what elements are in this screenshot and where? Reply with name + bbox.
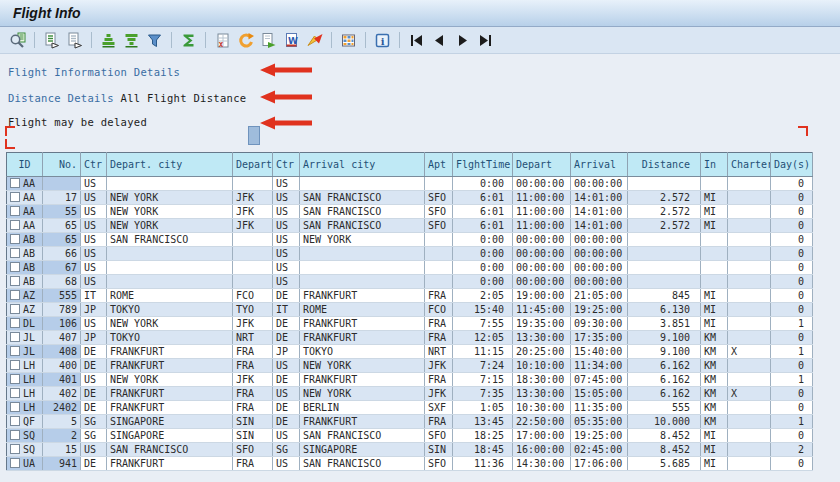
- details-button[interactable]: [7, 30, 28, 51]
- column-header-dep_apt[interactable]: Depart: [233, 153, 273, 177]
- table-row[interactable]: AB65USSAN FRANCISCOUSNEW YORK0:0000:00:0…: [7, 233, 813, 247]
- row-checkbox[interactable]: [10, 178, 20, 188]
- cell-dep_city: [107, 261, 233, 275]
- table-row[interactable]: AA65USNEW YORKJFKUSSAN FRANCISCOSFO6:011…: [7, 219, 813, 233]
- cell-ctr2: US: [273, 387, 300, 401]
- table-row[interactable]: AZ789JPTOKYOTYOITROMEFCO15:4011:45:0019:…: [7, 303, 813, 317]
- row-checkbox[interactable]: [10, 444, 20, 454]
- column-header-dep_time[interactable]: Depart: [513, 153, 571, 177]
- header-row: IDNo.CtrDepart. cityDepartCtrArrival cit…: [7, 153, 813, 177]
- column-header-apt[interactable]: Apt: [425, 153, 453, 177]
- row-checkbox[interactable]: [10, 276, 20, 286]
- column-header-ctr2[interactable]: Ctr: [273, 153, 300, 177]
- table-row[interactable]: AAUSUS0:0000:00:0000:00:000: [7, 177, 813, 191]
- row-checkbox[interactable]: [10, 220, 20, 230]
- sort-descending-button[interactable]: [121, 30, 142, 51]
- table-row[interactable]: JL408DEFRANKFURTFRAJPTOKYONRT11:1520:25:…: [7, 345, 813, 359]
- row-checkbox[interactable]: [10, 262, 20, 272]
- column-header-dep_city[interactable]: Depart. city: [107, 153, 233, 177]
- table-row[interactable]: SQ15USSAN FRANCISCOSFOSGSINGAPORESIN18:4…: [7, 443, 813, 457]
- row-checkbox[interactable]: [10, 458, 20, 468]
- table-row[interactable]: QF5SGSINGAPORESINDEFRANKFURTFRA13:4522:5…: [7, 415, 813, 429]
- nav-first-button[interactable]: [406, 30, 427, 51]
- send-mail-button[interactable]: [304, 30, 325, 51]
- table-row[interactable]: LH400DEFRANKFURTFRAUSNEW YORKJFK7:2410:1…: [7, 359, 813, 373]
- table-row[interactable]: JL407JPTOKYONRTDEFRANKFURTFRA12:0513:30:…: [7, 331, 813, 345]
- cell-arr_city: SINGAPORE: [300, 443, 425, 457]
- table-row[interactable]: AZ555ITROMEFCODEFRANKFURTFRA2:0519:00:00…: [7, 289, 813, 303]
- cell-arr_city: NEW YORK: [300, 233, 425, 247]
- column-header-distance[interactable]: Distance: [628, 153, 701, 177]
- word-processing-button[interactable]: [235, 30, 256, 51]
- table-row[interactable]: AB67USUS0:0000:00:0000:00:000: [7, 261, 813, 275]
- column-header-no[interactable]: No.: [43, 153, 81, 177]
- row-checkbox[interactable]: [10, 290, 20, 300]
- choose-layout-button[interactable]: [338, 30, 359, 51]
- row-checkbox[interactable]: [10, 234, 20, 244]
- table-row[interactable]: SQ2SGSINGAPORESINUSSAN FRANCISCOSFO18:25…: [7, 429, 813, 443]
- cell-distance: [628, 247, 701, 261]
- cell-arr_time: 19:25:00: [571, 303, 628, 317]
- toolbar-separator: [399, 32, 400, 48]
- row-checkbox[interactable]: [10, 192, 20, 202]
- cell-days: 1: [771, 317, 813, 331]
- cell-no: 65: [43, 233, 81, 247]
- info-button[interactable]: i: [372, 30, 393, 51]
- word-export-button[interactable]: W: [281, 30, 302, 51]
- excel-export-button[interactable]: x: [212, 30, 233, 51]
- row-checkbox[interactable]: [10, 206, 20, 216]
- nav-prev-button[interactable]: [429, 30, 450, 51]
- select-all-button[interactable]: [41, 30, 62, 51]
- table-row[interactable]: DL106USNEW YORKJFKDEFRANKFURTFRA7:5519:3…: [7, 317, 813, 331]
- cell-time: 2:05: [453, 289, 513, 303]
- table-row[interactable]: UA941DEFRANKFURTFRAUSSAN FRANCISCOSFO11:…: [7, 457, 813, 471]
- table-row[interactable]: AA17USNEW YORKJFKUSSAN FRANCISCOSFO6:011…: [7, 191, 813, 205]
- row-checkbox[interactable]: [10, 374, 20, 384]
- nav-last-button[interactable]: [475, 30, 496, 51]
- column-header-days[interactable]: Day(s): [771, 153, 813, 177]
- cell-unit: KM: [701, 387, 728, 401]
- table-row[interactable]: AB68USUS0:0000:00:0000:00:000: [7, 275, 813, 289]
- cell-dep_apt: JFK: [233, 205, 273, 219]
- filter-button[interactable]: [144, 30, 165, 51]
- column-header-arr_time[interactable]: Arrival: [571, 153, 628, 177]
- row-checkbox[interactable]: [10, 318, 20, 328]
- row-checkbox[interactable]: [10, 248, 20, 258]
- column-header-arr_city[interactable]: Arrival city: [300, 153, 425, 177]
- splitter-grip[interactable]: [248, 126, 260, 145]
- row-checkbox[interactable]: [10, 430, 20, 440]
- row-checkbox[interactable]: [10, 360, 20, 370]
- row-checkbox[interactable]: [10, 304, 20, 314]
- row-checkbox[interactable]: [10, 388, 20, 398]
- cell-apt: FRA: [425, 415, 453, 429]
- info-icon: i: [374, 32, 391, 49]
- row-checkbox[interactable]: [10, 346, 20, 356]
- row-checkbox[interactable]: [10, 416, 20, 426]
- deselect-all-button[interactable]: [64, 30, 85, 51]
- cell-no: [43, 177, 81, 191]
- export-file-button[interactable]: [258, 30, 279, 51]
- table-row[interactable]: AA55USNEW YORKJFKUSSAN FRANCISCOSFO6:011…: [7, 205, 813, 219]
- column-header-id[interactable]: ID: [7, 153, 43, 177]
- cell-id: LH: [7, 401, 43, 415]
- cell-unit: MI: [701, 429, 728, 443]
- cell-no: 402: [43, 387, 81, 401]
- column-header-time[interactable]: FlghtTime: [453, 153, 513, 177]
- table-row[interactable]: LH2402DEFRANKFURTFRADEBERLINSXF1:0510:30…: [7, 401, 813, 415]
- nav-next-button[interactable]: [452, 30, 473, 51]
- column-header-ctr1[interactable]: Ctr: [81, 153, 107, 177]
- cell-no: 400: [43, 359, 81, 373]
- sum-button[interactable]: [178, 30, 199, 51]
- row-checkbox[interactable]: [10, 402, 20, 412]
- column-header-unit[interactable]: In: [701, 153, 728, 177]
- sort-ascending-button[interactable]: [98, 30, 119, 51]
- row-checkbox[interactable]: [10, 332, 20, 342]
- table-row[interactable]: AB66USUS0:0000:00:0000:00:000: [7, 247, 813, 261]
- cell-charter: [728, 247, 771, 261]
- column-header-charter[interactable]: Charter: [728, 153, 771, 177]
- cell-dep_time: 00:00:00: [513, 275, 571, 289]
- table-row[interactable]: LH402DEFRANKFURTFRAUSNEW YORKJFK7:3513:3…: [7, 387, 813, 401]
- cell-unit: MI: [701, 443, 728, 457]
- table-row[interactable]: LH401USNEW YORKJFKDEFRANKFURTFRA7:1518:3…: [7, 373, 813, 387]
- cell-distance: 3.851: [628, 317, 701, 331]
